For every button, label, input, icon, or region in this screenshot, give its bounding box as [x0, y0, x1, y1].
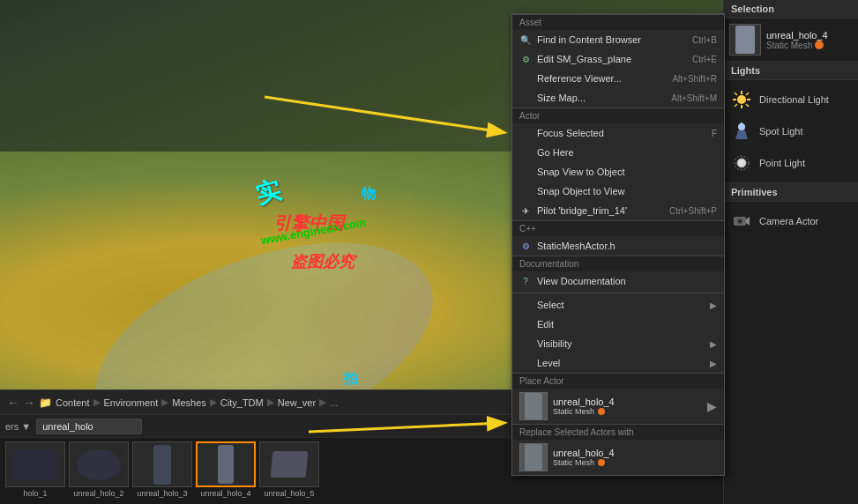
level-arrow: ▶ [710, 359, 717, 368]
visibility-icon [519, 337, 532, 350]
svg-line-11 [746, 93, 749, 95]
breadcrumb-environment[interactable]: Environment [104, 397, 159, 408]
breadcrumb-content[interactable]: Content [56, 397, 90, 408]
thumb-holo5[interactable]: unreal_holo_5 [259, 441, 319, 498]
menu-focus-selected[interactable]: Focus Selected F [512, 123, 724, 143]
svg-line-12 [735, 104, 737, 107]
forward-button[interactable]: → [23, 396, 35, 410]
pilot-shortcut: Ctrl+Shift+P [669, 206, 717, 216]
svg-marker-14 [735, 130, 748, 139]
thumb-img-holo4 [196, 441, 256, 487]
select-icon [519, 299, 532, 311]
menu-section-asset: Asset [512, 14, 724, 30]
menu-staticmeshactor[interactable]: ⚙ StaticMeshActor.h [512, 236, 724, 256]
thumb-img-holo1 [5, 441, 65, 487]
thumb-img-holo3 [132, 441, 192, 487]
ref-viewer-icon [519, 72, 532, 85]
menu-size-map[interactable]: Size Map... Alt+Shift+M [512, 88, 724, 107]
breadcrumb-new-ver[interactable]: New_ver [278, 397, 316, 408]
primitives-header: Primitives [724, 183, 858, 202]
thumb-holo4[interactable]: unreal_holo_4 [196, 441, 256, 498]
filter-label[interactable]: ers ▼ [5, 421, 31, 432]
thumb-holo1[interactable]: holo_1 [5, 441, 65, 498]
menu-go-here[interactable]: Go Here [512, 143, 724, 162]
menu-snap-view[interactable]: Snap View to Object [512, 162, 724, 182]
menu-visibility[interactable]: Visibility ▶ [512, 334, 724, 353]
thumb-holo3[interactable]: unreal_holo_3 [132, 441, 192, 498]
snap-obj-icon [519, 185, 532, 197]
camera-actor-item[interactable]: Camera Actor [724, 205, 858, 237]
find-content-label: Find in Content Browser [537, 34, 641, 45]
point-light-label: Point Light [759, 158, 805, 168]
menu-select[interactable]: Select ▶ [512, 295, 724, 315]
spot-light-icon [731, 121, 752, 142]
svg-marker-19 [746, 217, 750, 226]
replace-actor-info: unreal_holo_4 Static Mesh [553, 448, 717, 467]
snap-obj-label: Snap Object to View [537, 186, 624, 196]
size-map-icon [519, 92, 532, 104]
menu-pilot[interactable]: ✈ Pilot 'bridge_trim_14' Ctrl+Shift+P [512, 201, 724, 220]
svg-line-2 [265, 97, 503, 132]
place-actor-name: unreal_holo_4 [553, 397, 702, 407]
svg-line-9 [735, 93, 737, 95]
replace-actor-type: Static Mesh [553, 458, 717, 467]
go-here-label: Go Here [537, 147, 574, 158]
selection-item[interactable]: unreal_holo_4 Static Mesh [729, 24, 853, 56]
thumb-img-holo5 [259, 441, 319, 487]
menu-place-actor-item[interactable]: unreal_holo_4 Static Mesh ▶ [512, 389, 724, 424]
find-content-shortcut: Ctrl+B [692, 35, 717, 45]
directional-light-icon [731, 89, 752, 110]
menu-level[interactable]: Level ▶ [512, 353, 724, 373]
edit-label: Edit [537, 319, 554, 330]
directional-light-label: Directional Light [759, 94, 829, 105]
menu-edit-sm[interactable]: ⚙ Edit SM_Grass_plane Ctrl+E [512, 49, 724, 69]
camera-actor-label: Camera Actor [759, 216, 818, 226]
context-menu: Asset 🔍 Find in Content Browser Ctrl+B ⚙… [511, 13, 725, 476]
edit-icon [519, 318, 532, 330]
size-map-label: Size Map... [537, 93, 586, 103]
place-actor-arrow: ▶ [707, 399, 717, 413]
camera-actor-icon [731, 211, 752, 232]
lights-header: Lights [724, 62, 858, 80]
place-actor-type: Static Mesh [553, 407, 702, 416]
select-arrow: ▶ [710, 300, 717, 310]
menu-edit[interactable]: Edit [512, 315, 724, 334]
breadcrumb-city-tdm[interactable]: City_TDM [220, 397, 264, 408]
menu-view-docs[interactable]: ? View Documentation [512, 271, 724, 291]
svg-point-21 [739, 220, 742, 223]
svg-line-10 [746, 104, 749, 107]
svg-point-16 [737, 159, 746, 167]
breadcrumb-expand[interactable]: ... [330, 397, 338, 408]
menu-reference-viewer[interactable]: Reference Viewer... Alt+Shift+R [512, 69, 724, 88]
edit-sm-label: Edit SM_Grass_plane [537, 54, 631, 64]
menu-section-docs: Documentation [512, 256, 724, 271]
menu-find-content-browser[interactable]: 🔍 Find in Content Browser Ctrl+B [512, 30, 724, 49]
pilot-label: Pilot 'bridge_trim_14' [537, 205, 627, 216]
directional-light-item[interactable]: Directional Light [724, 84, 858, 115]
spot-light-item[interactable]: Spot Light [724, 115, 858, 147]
primitives-section: Camera Actor [724, 202, 858, 241]
menu-snap-object[interactable]: Snap Object to View [512, 182, 724, 201]
sel-thumb [729, 24, 761, 56]
sel-info: unreal_holo_4 Static Mesh [766, 30, 853, 50]
thumb-label-holo1: holo_1 [23, 489, 47, 498]
thumb-img-holo2 [69, 441, 129, 487]
level-label: Level [537, 358, 560, 368]
menu-replace-item[interactable]: unreal_holo_4 Static Mesh [512, 440, 724, 475]
focus-label: Focus Selected [537, 128, 604, 138]
visibility-arrow: ▶ [710, 339, 717, 349]
back-button[interactable]: ← [7, 396, 19, 410]
selection-header: Selection [724, 0, 858, 19]
selection-section: unreal_holo_4 Static Mesh [724, 19, 858, 62]
breadcrumb-meshes[interactable]: Meshes [172, 397, 206, 408]
lights-section: Directional Light Spot Light Point Ligh [724, 80, 858, 183]
point-light-item[interactable]: Point Light [724, 147, 858, 179]
thumb-holo2[interactable]: unreal_holo_2 [69, 441, 129, 498]
search-input[interactable] [36, 419, 142, 434]
pilot-icon: ✈ [519, 204, 532, 217]
focus-icon [519, 127, 532, 139]
place-actor-info: unreal_holo_4 Static Mesh [553, 397, 702, 416]
menu-section-replace: Replace Selected Actors with [512, 424, 724, 440]
cpp-icon: ⚙ [519, 240, 532, 252]
select-label: Select [537, 300, 564, 310]
